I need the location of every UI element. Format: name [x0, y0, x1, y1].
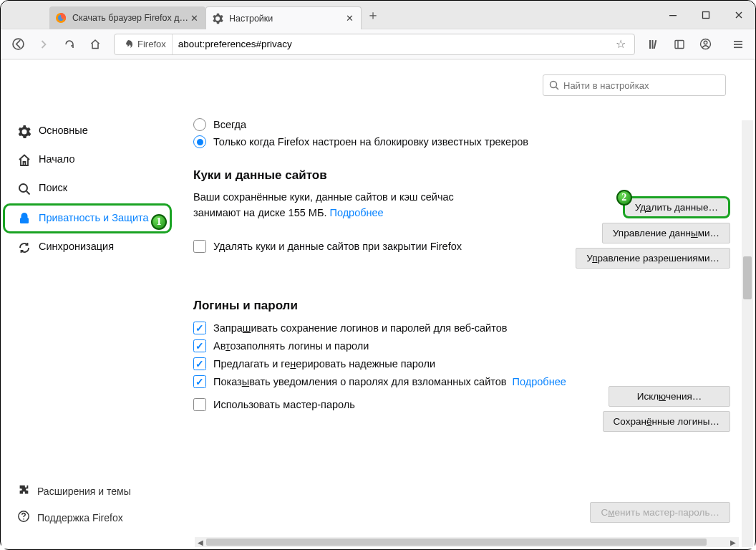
help-icon — [17, 510, 30, 525]
clear-data-button[interactable]: 2 Удалить данные… — [623, 196, 730, 218]
ask-save-row[interactable]: Запрашивать сохранение логинов и паролей… — [193, 322, 737, 334]
tab-settings[interactable]: Настройки ✕ — [205, 6, 362, 29]
toolbar: Firefox ☆ — [1, 29, 755, 59]
checkbox-autofill[interactable] — [193, 339, 206, 352]
cookies-learn-more-link[interactable]: Подробнее — [329, 207, 383, 218]
identity-box[interactable]: Firefox — [117, 34, 173, 54]
scroll-thumb[interactable] — [743, 256, 752, 299]
new-tab-button[interactable]: ＋ — [362, 1, 384, 29]
library-button[interactable] — [642, 33, 665, 56]
dnt-only-label: Только когда Firefox настроен на блокиро… — [213, 136, 528, 148]
sync-icon — [17, 241, 32, 255]
sidebar-item-privacy[interactable]: Приватность и Защита 1 — [3, 203, 172, 233]
horizontal-scrollbar[interactable]: ◀ ▶ — [195, 537, 739, 547]
home-icon — [17, 153, 32, 168]
scroll-track[interactable] — [206, 537, 727, 547]
vertical-scrollbar[interactable] — [742, 120, 753, 547]
url-input[interactable] — [173, 39, 610, 49]
svg-rect-6 — [652, 40, 654, 49]
menu-button[interactable] — [727, 33, 750, 56]
scroll-thumb[interactable] — [206, 539, 707, 546]
annotation-marker-2: 2 — [616, 190, 632, 206]
search-input[interactable] — [563, 80, 719, 91]
breach-label: Показывать уведомления о паролях для взл… — [213, 376, 507, 387]
checkbox-master-password[interactable] — [193, 398, 206, 411]
logins-button-column: Исключения… Сохранённые логины… Сменить … — [590, 386, 730, 523]
svg-rect-19 — [20, 218, 29, 223]
dnt-only-row[interactable]: Только когда Firefox настроен на блокиро… — [193, 135, 737, 148]
svg-point-15 — [551, 82, 557, 88]
back-button[interactable] — [6, 33, 29, 56]
support-link[interactable]: Поддержка Firefox — [3, 504, 172, 531]
firefox-swoosh-icon — [123, 39, 133, 49]
gear-icon — [212, 13, 223, 24]
svg-line-16 — [556, 87, 559, 90]
tab-label: Скачать браузер Firefox для ко — [72, 13, 188, 23]
manage-data-button[interactable]: Управление данными… — [602, 223, 730, 243]
saved-logins-button[interactable]: Сохранённые логины… — [603, 411, 730, 432]
svg-rect-2 — [669, 15, 677, 16]
close-icon[interactable]: ✕ — [188, 12, 200, 24]
svg-rect-3 — [703, 12, 709, 19]
svg-rect-14 — [734, 47, 742, 48]
checkbox-delete-on-close[interactable] — [193, 240, 206, 253]
scroll-left-icon[interactable]: ◀ — [195, 537, 206, 547]
bookmark-star-icon[interactable]: ☆ — [610, 37, 631, 51]
dnt-always-row[interactable]: Всегда — [193, 118, 737, 131]
ask-save-label: Запрашивать сохранение логинов и паролей… — [213, 322, 507, 334]
svg-rect-13 — [734, 44, 742, 45]
sidebar-item-label: Приватность и Защита — [39, 211, 149, 225]
close-icon[interactable]: ✕ — [344, 13, 355, 24]
tab-download-firefox[interactable]: Скачать браузер Firefox для ко ✕ — [49, 6, 205, 29]
search-icon — [549, 80, 559, 90]
close-window-button[interactable] — [722, 1, 755, 29]
cookies-desc: Ваши сохранённые куки, данные сайтов и к… — [193, 190, 501, 221]
sidebar-item-search[interactable]: Поиск — [3, 175, 172, 203]
preferences-content: Основные Начало Поиск Приватность и Защи… — [1, 60, 755, 549]
svg-rect-5 — [649, 40, 651, 49]
minimize-button[interactable] — [656, 1, 689, 29]
sidebar-footer: Расширения и темы Поддержка Firefox — [3, 478, 172, 531]
dnt-always-label: Всегда — [213, 119, 246, 130]
sidebar-item-home[interactable]: Начало — [3, 146, 172, 175]
find-in-preferences[interactable] — [543, 74, 726, 96]
sidebar-item-label: Основные — [39, 125, 88, 136]
exceptions-button[interactable]: Исключения… — [609, 386, 730, 407]
suggest-row[interactable]: Предлагать и генерировать надежные парол… — [193, 357, 737, 370]
home-button[interactable] — [84, 33, 107, 56]
sidebar-item-general[interactable]: Основные — [3, 117, 172, 146]
manage-permissions-button[interactable]: Управление разрешениями… — [576, 248, 730, 269]
breach-learn-more-link[interactable]: Подробнее — [513, 376, 566, 387]
reload-button[interactable] — [58, 33, 81, 56]
sidebar-item-sync[interactable]: Синхронизация — [3, 233, 172, 262]
suggest-label: Предлагать и генерировать надежные парол… — [213, 358, 435, 370]
extensions-themes-link[interactable]: Расширения и темы — [3, 478, 172, 504]
maximize-button[interactable] — [689, 1, 722, 29]
radio-only-known[interactable] — [193, 135, 206, 148]
checkbox-ask-save[interactable] — [193, 322, 206, 334]
svg-point-21 — [23, 518, 24, 520]
scroll-right-icon[interactable]: ▶ — [727, 537, 739, 547]
extensions-label: Расширения и темы — [37, 486, 131, 497]
account-button[interactable] — [694, 33, 717, 56]
search-icon — [17, 182, 32, 196]
checkbox-breach[interactable] — [193, 375, 206, 388]
autofill-row[interactable]: Автозаполнять логины и пароли — [193, 339, 737, 352]
svg-point-4 — [13, 39, 24, 49]
change-master-password-button: Сменить мастер-пароль… — [590, 502, 730, 523]
preferences-sidebar: Основные Начало Поиск Приватность и Защи… — [3, 117, 172, 262]
logins-heading: Логины и пароли — [193, 299, 737, 313]
svg-rect-8 — [675, 40, 684, 48]
master-password-label: Использовать мастер-пароль — [213, 399, 355, 410]
lock-icon — [17, 211, 32, 226]
url-bar[interactable]: Firefox ☆ — [114, 34, 635, 55]
svg-point-17 — [19, 184, 27, 192]
checkbox-suggest[interactable] — [193, 357, 206, 370]
autofill-label: Автозаполнять логины и пароли — [213, 340, 369, 352]
window-frame: Скачать браузер Firefox для ко ✕ Настрой… — [0, 0, 756, 550]
gear-icon — [17, 125, 32, 139]
radio-always[interactable] — [193, 118, 206, 131]
main-panel: Всегда Только когда Firefox настроен на … — [193, 114, 737, 539]
sidebar-button[interactable] — [668, 33, 691, 56]
svg-rect-12 — [734, 41, 742, 42]
